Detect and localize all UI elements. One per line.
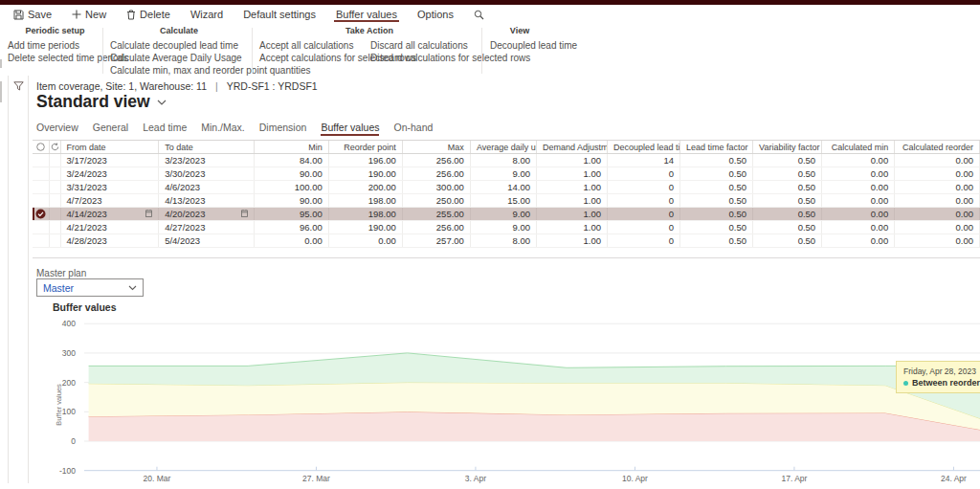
- grid-cell-calculated-min[interactable]: 0.00: [822, 154, 895, 167]
- table-row[interactable]: 3/24/20233/30/202390.00190.00256.009.001…: [33, 167, 980, 181]
- table-row[interactable]: 3/17/20233/23/202384.00196.00256.008.001…: [33, 154, 980, 167]
- grid-cell-variability-factor[interactable]: 0.50: [753, 181, 822, 193]
- column-header-min[interactable]: Min: [255, 141, 329, 153]
- column-header-decoupled-lead-time[interactable]: Decoupled lead time: [608, 141, 680, 153]
- buffer-values-menu-button[interactable]: Buffer values: [334, 8, 399, 22]
- decoupled-lead-time-button[interactable]: Decoupled lead time: [490, 39, 577, 52]
- grid-cell-calculated-min[interactable]: 0.00: [822, 167, 895, 180]
- grid-cell-variability-factor[interactable]: 0.50: [753, 208, 822, 220]
- row-select-cell[interactable]: [33, 194, 50, 207]
- grid-cell-reorder-point[interactable]: 198.00: [329, 208, 403, 220]
- grid-cell-demand-adjustment[interactable]: 1.00: [537, 181, 608, 193]
- grid-cell-decoupled-lead-time[interactable]: 14: [608, 154, 680, 167]
- grid-cell-variability-factor[interactable]: 0.50: [753, 221, 822, 233]
- row-select-cell[interactable]: [33, 221, 50, 233]
- tab-dimension[interactable]: Dimension: [259, 122, 307, 136]
- column-header-calculated-reorder[interactable]: Calculated reorder: [895, 141, 980, 153]
- grid-cell-variability-factor[interactable]: 0.50: [753, 167, 822, 180]
- grid-cell-max[interactable]: 256.00: [403, 167, 471, 180]
- grid-cell-average-daily-usage[interactable]: 9.00: [471, 208, 537, 220]
- wizard-button[interactable]: Wizard: [189, 8, 225, 22]
- grid-cell-lead-time-factor[interactable]: 0.50: [680, 221, 753, 233]
- grid-cell-calculated-reorder[interactable]: 0.00: [895, 221, 980, 233]
- grid-cell-min[interactable]: 100.00: [255, 181, 329, 193]
- row-select-cell[interactable]: [33, 167, 50, 180]
- master-plan-select[interactable]: Master: [36, 278, 144, 297]
- grid-cell-min[interactable]: 96.00: [255, 221, 329, 233]
- grid-cell-to-date[interactable]: 3/23/2023: [159, 154, 255, 167]
- grid-cell-to-date[interactable]: 4/20/2023: [159, 208, 255, 220]
- column-header-average-daily-usage[interactable]: Average daily usage: [471, 141, 537, 153]
- grid-cell-from-date[interactable]: 4/28/2023: [61, 234, 160, 247]
- grid-cell-demand-adjustment[interactable]: 1.00: [537, 154, 608, 167]
- row-select-cell[interactable]: [33, 181, 50, 193]
- grid-cell-from-date[interactable]: 3/17/2023: [61, 154, 160, 167]
- grid-cell-lead-time-factor[interactable]: 0.50: [680, 154, 753, 167]
- column-header-max[interactable]: Max: [403, 141, 471, 153]
- grid-cell-to-date[interactable]: 4/13/2023: [159, 194, 255, 207]
- table-row[interactable]: 3/31/20234/6/2023100.00200.00300.0014.00…: [33, 181, 980, 194]
- grid-cell-lead-time-factor[interactable]: 0.50: [680, 181, 753, 193]
- row-select-cell[interactable]: [33, 154, 50, 167]
- tab-on-hand[interactable]: On-hand: [393, 122, 433, 136]
- grid-cell-variability-factor[interactable]: 0.50: [753, 234, 822, 247]
- filter-button[interactable]: [9, 76, 28, 91]
- grid-cell-average-daily-usage[interactable]: 9.00: [471, 167, 537, 180]
- grid-cell-min[interactable]: 0.00: [255, 234, 329, 247]
- column-header-demand-adjustment[interactable]: Demand Adjustment ...: [537, 141, 608, 153]
- grid-cell-reorder-point[interactable]: 190.00: [329, 167, 403, 180]
- grid-cell-from-date[interactable]: 3/24/2023: [61, 167, 160, 180]
- options-button[interactable]: Options: [415, 8, 456, 22]
- calculate-min-max-and-reorder-point-quantities-button[interactable]: Calculate min, max and reorder point qua…: [110, 64, 311, 77]
- grid-cell-min[interactable]: 95.00: [255, 208, 329, 220]
- grid-cell-average-daily-usage[interactable]: 8.00: [471, 154, 537, 167]
- grid-cell-from-date[interactable]: 4/21/2023: [61, 221, 160, 233]
- tab-general[interactable]: General: [93, 122, 128, 136]
- grid-cell-lead-time-factor[interactable]: 0.50: [680, 167, 753, 180]
- grid-cell-calculated-reorder[interactable]: 0.00: [895, 234, 980, 247]
- grid-cell-lead-time-factor[interactable]: 0.50: [680, 234, 753, 247]
- grid-cell-calculated-min[interactable]: 0.00: [822, 221, 895, 233]
- grid-cell-reorder-point[interactable]: 200.00: [329, 181, 403, 193]
- grid-cell-demand-adjustment[interactable]: 1.00: [537, 194, 608, 207]
- grid-cell-demand-adjustment[interactable]: 1.00: [537, 208, 608, 220]
- grid-cell-calculated-min[interactable]: 0.00: [822, 208, 895, 220]
- select-all-checkbox[interactable]: [33, 141, 50, 153]
- column-header-variability-factor[interactable]: Variability factor: [753, 141, 822, 153]
- grid-cell-calculated-min[interactable]: 0.00: [822, 181, 895, 193]
- column-header-calculated-min[interactable]: Calculated min: [822, 141, 895, 153]
- save-button[interactable]: Save: [11, 8, 54, 22]
- grid-cell-to-date[interactable]: 4/27/2023: [159, 221, 255, 233]
- grid-cell-min[interactable]: 84.00: [255, 154, 329, 167]
- grid-cell-from-date[interactable]: 4/14/2023: [61, 208, 160, 220]
- grid-cell-to-date[interactable]: 3/30/2023: [159, 167, 255, 180]
- grid-cell-max[interactable]: 256.00: [403, 221, 471, 233]
- table-row[interactable]: 4/21/20234/27/202396.00190.00256.009.001…: [33, 221, 980, 234]
- grid-cell-calculated-min[interactable]: 0.00: [822, 234, 895, 247]
- grid-cell-to-date[interactable]: 4/6/2023: [159, 181, 255, 193]
- grid-cell-from-date[interactable]: 4/7/2023: [61, 194, 160, 207]
- grid-cell-min[interactable]: 90.00: [255, 167, 329, 180]
- tab-lead-time[interactable]: Lead time: [143, 122, 187, 136]
- grid-cell-variability-factor[interactable]: 0.50: [753, 194, 822, 207]
- grid-cell-decoupled-lead-time[interactable]: 0: [608, 194, 680, 207]
- table-row[interactable]: 4/28/20235/4/20230.000.00257.008.001.000…: [33, 234, 980, 248]
- search-commands-button[interactable]: [472, 9, 486, 22]
- tab-buffer-values[interactable]: Buffer values: [321, 122, 379, 136]
- column-header-to-date[interactable]: To date: [159, 141, 255, 153]
- default-settings-button[interactable]: Default settings: [241, 8, 318, 22]
- grid-cell-decoupled-lead-time[interactable]: 0: [608, 181, 680, 193]
- grid-cell-average-daily-usage[interactable]: 8.00: [471, 234, 537, 247]
- grid-cell-demand-adjustment[interactable]: 1.00: [537, 234, 608, 247]
- discard-calculations-for-selected-rows-button[interactable]: Discard calculations for selected rows: [370, 52, 530, 64]
- grid-cell-reorder-point[interactable]: 0.00: [329, 234, 403, 247]
- tab-overview[interactable]: Overview: [36, 122, 78, 136]
- grid-cell-calculated-reorder[interactable]: 0.00: [895, 194, 980, 207]
- grid-cell-average-daily-usage[interactable]: 15.00: [471, 194, 537, 207]
- delete-button[interactable]: Delete: [124, 8, 172, 22]
- grid-cell-calculated-min[interactable]: 0.00: [822, 194, 895, 207]
- tab-min-max[interactable]: Min./Max.: [201, 122, 245, 136]
- grid-cell-decoupled-lead-time[interactable]: 0: [608, 167, 680, 180]
- view-selector[interactable]: Standard view: [36, 92, 167, 112]
- grid-cell-to-date[interactable]: 5/4/2023: [159, 234, 255, 247]
